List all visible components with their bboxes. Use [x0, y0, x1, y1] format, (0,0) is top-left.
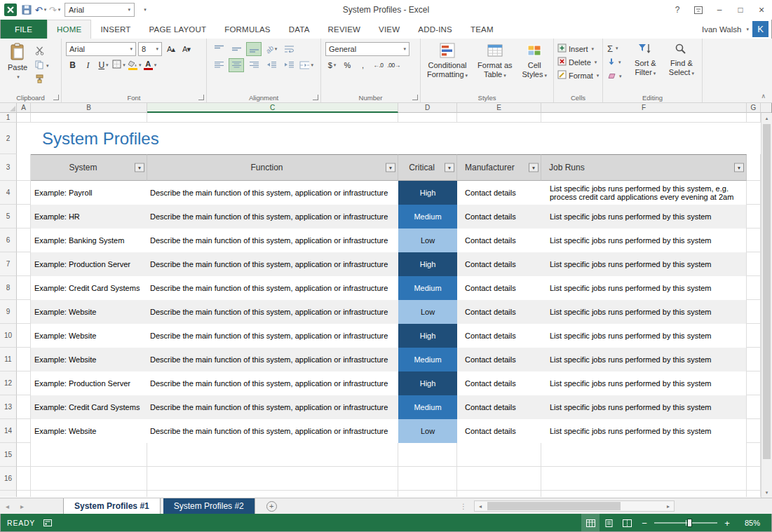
cell[interactable]	[457, 491, 541, 497]
ribbon-tab[interactable]: PAGE LAYOUT	[140, 20, 216, 39]
filter-button-manufacturer[interactable]: ▼	[529, 163, 539, 172]
increase-indent-button[interactable]	[281, 58, 297, 72]
cell-manufacturer[interactable]: Contact details	[457, 348, 541, 371]
format-cells-button[interactable]: Format▾	[557, 70, 599, 81]
merge-center-button[interactable]: ▾	[299, 58, 314, 72]
cell-function[interactable]: Describe the main function of this syste…	[147, 181, 398, 205]
row-header[interactable]: 4	[0, 181, 17, 205]
cell-function[interactable]: Describe the main function of this syste…	[147, 371, 398, 395]
undo-dropdown-icon[interactable]: ▾	[44, 7, 47, 13]
cell-system[interactable]: Example: Credit Card Systems	[31, 276, 147, 300]
scroll-down-arrow[interactable]: ▾	[761, 487, 772, 498]
zoom-level[interactable]: 85%	[736, 519, 769, 527]
cell-jobruns[interactable]: List specific jobs runs performed by thi…	[541, 371, 747, 395]
insert-cells-button[interactable]: Insert▾	[557, 43, 599, 54]
zoom-in-button[interactable]: +	[719, 518, 736, 528]
cell-system[interactable]: Example: HR	[31, 205, 147, 229]
cell-system[interactable]: Example: Website	[31, 300, 147, 324]
column-header-B[interactable]: B	[31, 103, 147, 113]
grow-font-button[interactable]: A▴	[164, 42, 177, 56]
table-header-system[interactable]: System▼	[31, 154, 147, 181]
cell-function[interactable]: Describe the main function of this syste…	[147, 205, 398, 229]
cell[interactable]	[747, 395, 761, 419]
column-header-D[interactable]: D	[398, 103, 457, 113]
cell[interactable]	[457, 443, 541, 467]
page-layout-view-button[interactable]	[600, 514, 618, 532]
cell-system[interactable]: Example: Production Server	[31, 371, 147, 395]
table-header-critical[interactable]: Critical▼	[398, 154, 457, 181]
select-all-button[interactable]	[0, 103, 17, 113]
cell-critical[interactable]: High	[398, 252, 457, 276]
scroll-up-arrow[interactable]: ▴	[761, 113, 772, 123]
column-header-E[interactable]: E	[457, 103, 541, 113]
number-dialog-launcher[interactable]	[412, 95, 418, 100]
format-as-table-button[interactable]: Format as Table▾	[478, 41, 513, 93]
accounting-format-button[interactable]: $▾	[325, 58, 339, 72]
cell-jobruns[interactable]: List specific jobs runs performed by thi…	[541, 252, 747, 276]
cell-manufacturer[interactable]: Contact details	[457, 205, 541, 229]
ribbon-tab[interactable]: DATA	[280, 20, 319, 39]
cell-manufacturer[interactable]: Contact details	[457, 324, 541, 348]
delete-cells-button[interactable]: Delete▾	[557, 57, 599, 67]
cell[interactable]	[17, 229, 31, 252]
cell[interactable]	[541, 491, 747, 497]
number-format-combo[interactable]: General▾	[325, 42, 409, 56]
cell[interactable]	[31, 491, 147, 497]
cell-critical[interactable]: Medium	[398, 348, 457, 371]
cell[interactable]	[747, 324, 761, 348]
cell[interactable]	[747, 348, 761, 371]
cell[interactable]	[17, 443, 31, 467]
cell[interactable]	[31, 467, 147, 491]
increase-decimal-button[interactable]: ←.0	[372, 58, 385, 72]
cell-critical[interactable]: Medium	[398, 205, 457, 229]
cell[interactable]	[747, 491, 761, 497]
cell-function[interactable]: Describe the main function of this syste…	[147, 252, 398, 276]
redo-button[interactable]: ↷▾	[48, 2, 62, 18]
normal-view-button[interactable]	[581, 514, 600, 532]
row-header-1[interactable]: 1	[0, 113, 17, 123]
cell-manufacturer[interactable]: Contact details	[457, 252, 541, 276]
decrease-decimal-button[interactable]: .00→	[387, 58, 400, 72]
row-header[interactable]: 11	[0, 348, 17, 371]
qat-font-combo[interactable]: Arial▾	[65, 3, 135, 17]
ribbon-tab[interactable]: FORMULAS	[215, 20, 280, 39]
font-size-combo[interactable]: 8▾	[138, 42, 162, 56]
font-family-combo[interactable]: Arial▾	[66, 42, 136, 56]
horizontal-scrollbar[interactable]: ◂ ▸	[474, 500, 675, 512]
cell[interactable]	[541, 113, 747, 123]
cell-jobruns[interactable]: List specific jobs runs performed by thi…	[541, 300, 747, 324]
table-header-jobruns[interactable]: Job Runs▼	[541, 154, 747, 181]
cell[interactable]	[747, 300, 761, 324]
row-header-15[interactable]: 15	[0, 443, 17, 467]
cell-jobruns[interactable]: List specific jobs runs performed by thi…	[541, 276, 747, 300]
ribbon-tab[interactable]: REVIEW	[319, 20, 370, 39]
autosum-button[interactable]: Σ▾	[604, 42, 628, 55]
cell-manufacturer[interactable]: Contact details	[457, 371, 541, 395]
filter-button-critical[interactable]: ▼	[445, 163, 454, 172]
cell-critical[interactable]: Low	[398, 419, 457, 443]
middle-align-button[interactable]	[229, 42, 244, 56]
avatar[interactable]: K	[752, 21, 768, 37]
ribbon-tab[interactable]: VIEW	[370, 20, 409, 39]
sort-filter-button[interactable]: Sort & Filter▾	[635, 40, 656, 93]
row-header[interactable]: 8	[0, 276, 17, 300]
cell-manufacturer[interactable]: Contact details	[457, 229, 541, 252]
cell[interactable]	[17, 252, 31, 276]
cell[interactable]	[398, 113, 457, 123]
cell[interactable]	[747, 181, 761, 205]
cell[interactable]	[17, 276, 31, 300]
cell-jobruns[interactable]: List specific jobs runs performed by thi…	[541, 324, 747, 348]
italic-button[interactable]: I	[81, 58, 95, 72]
format-painter-button[interactable]	[34, 74, 53, 86]
row-header-3[interactable]: 3	[0, 154, 17, 181]
row-header[interactable]: 9	[0, 300, 17, 324]
row-header[interactable]: 10	[0, 324, 17, 348]
page-break-view-button[interactable]	[618, 514, 636, 532]
cell[interactable]	[147, 491, 398, 497]
align-center-button[interactable]	[229, 58, 244, 72]
cell[interactable]	[747, 252, 761, 276]
shrink-font-button[interactable]: A▾	[180, 42, 193, 56]
align-left-button[interactable]	[211, 58, 226, 72]
table-header-manufacturer[interactable]: Manufacturer▼	[457, 154, 541, 181]
cell[interactable]	[457, 467, 541, 491]
